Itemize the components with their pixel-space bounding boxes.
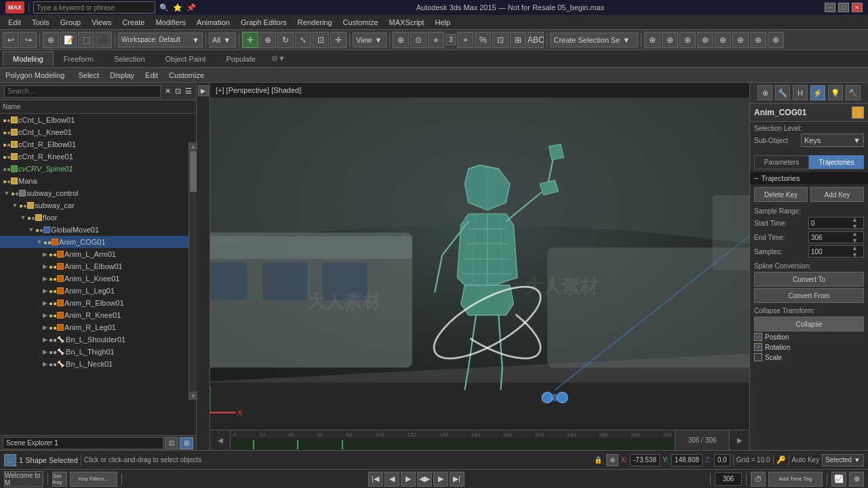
tree-item-Anim_L_Elbow01[interactable]: ▶ ● ● Anim_L_Elbow01	[0, 260, 196, 272]
tree-item-cCnt_R_Elbow01[interactable]: ● ● cCnt_R_Elbow01	[0, 138, 196, 150]
tab-parameters[interactable]: Parameters	[754, 155, 809, 169]
scale-checkbox[interactable]	[754, 353, 762, 361]
scene-settings-btn[interactable]: ☰	[185, 87, 192, 96]
modify-panel-icon[interactable]: 🔧	[775, 85, 790, 100]
menu-rendering[interactable]: Rendering	[292, 17, 338, 28]
tree-item-cCnt_L_Knee01[interactable]: ● ● cCnt_L_Knee01	[0, 126, 196, 138]
tb-extra8[interactable]: ⊕	[768, 32, 784, 48]
expand-arrow[interactable]: ▼	[19, 214, 27, 221]
prev-frame-button[interactable]: ◀	[384, 472, 399, 487]
search-box[interactable]: Type a keyword or phrase	[33, 1, 155, 14]
tree-item-cCnt_R_Knee01[interactable]: ● ● cCnt_R_Knee01	[0, 150, 196, 163]
end-time-spinner[interactable]: ▲▼	[852, 230, 861, 244]
menu-views[interactable]: Views	[86, 17, 117, 28]
subtb-customize[interactable]: Customize	[163, 70, 210, 81]
tb-extra5[interactable]: ⊕	[715, 32, 731, 48]
scroll-down-arrow[interactable]: ▼	[189, 392, 197, 400]
tree-item-cvCRV_Spine01[interactable]: ● ● cvCRV_Spine01	[0, 163, 196, 175]
snap-btn2[interactable]: ⊙	[410, 32, 427, 48]
next-frame-button[interactable]: ▶	[433, 472, 448, 487]
expand-arrow[interactable]: ▼	[35, 239, 43, 245]
play-button[interactable]: ▶	[401, 472, 416, 487]
menu-help[interactable]: Help	[430, 17, 456, 28]
select-button[interactable]: ⊕	[43, 32, 59, 48]
hierarchy-panel-icon[interactable]: H	[793, 85, 808, 100]
anim-btn5[interactable]: ABC	[528, 32, 544, 48]
3d-viewport[interactable]: [+] [Perspective] [Shaded]	[210, 83, 749, 450]
window-crossing-button[interactable]: ⬛	[96, 32, 112, 48]
tb-extra3[interactable]: ⊕	[679, 32, 696, 48]
view-dropdown[interactable]: View ▼	[353, 33, 387, 47]
selection-filter-dropdown[interactable]: Workspace: Default ▼	[118, 33, 203, 47]
anim-btn4[interactable]: ⊞	[510, 32, 526, 48]
scene-filter-btn[interactable]: ⊡	[175, 87, 181, 96]
tree-item-Anim_L_Knee01[interactable]: ▶ ● ● Anim_L_Knee01	[0, 272, 196, 285]
expand-arrow[interactable]: ▶	[41, 361, 49, 367]
menu-customize[interactable]: Customize	[338, 17, 384, 28]
expand-arrow[interactable]: ▶	[41, 263, 49, 270]
subtb-edit[interactable]: Edit	[140, 70, 163, 81]
utility-panel-icon[interactable]: 🔨	[846, 85, 861, 100]
timeline-track[interactable]: 0 20 40 60 80 100 120 140 160 180 200 24…	[231, 430, 675, 450]
timeline-right-btn[interactable]: ▶	[729, 430, 749, 450]
minimize-button[interactable]: −	[825, 3, 835, 12]
add-time-tag-button[interactable]: Add Time Tag	[768, 472, 823, 487]
explorer-btn2[interactable]: ⊞	[180, 437, 193, 449]
snap-status-icon[interactable]: ⊕	[606, 454, 618, 466]
samples-input[interactable]: 100 ▲▼	[808, 245, 864, 258]
tree-item-Bn_L_Thigh01[interactable]: ▶ ● ● 🦴 Bn_L_Thigh01	[0, 346, 196, 358]
tb-extra7[interactable]: ⊕	[750, 32, 766, 48]
tree-item-Anim_R_Leg01[interactable]: ▶ ● ● Anim_R_Leg01	[0, 321, 196, 333]
scene-search-btn[interactable]: ✕	[165, 87, 171, 96]
tree-item-Anim_R_Elbow01[interactable]: ▶ ● ● Anim_R_Elbow01	[0, 297, 196, 309]
redo-button[interactable]: ↪	[20, 32, 37, 48]
goto-end-button[interactable]: ▶|	[450, 472, 465, 487]
anim-btn2[interactable]: %	[475, 32, 491, 48]
sub-object-dropdown[interactable]: Keys ▼	[801, 134, 864, 147]
anim-btn3[interactable]: ⊡	[492, 32, 509, 48]
play-reverse-button[interactable]: ◀▶	[417, 472, 432, 487]
expand-arrow[interactable]: ▶	[41, 348, 49, 355]
start-time-spinner[interactable]: ▲▼	[852, 216, 861, 230]
delete-key-button[interactable]: Delete Key	[754, 187, 808, 202]
menu-graph-editors[interactable]: Graph Editors	[235, 17, 292, 28]
expand-arrow[interactable]: ▶	[41, 336, 49, 343]
expand-arrow[interactable]: ▶	[41, 312, 49, 319]
tab-trajectories[interactable]: Trajectories	[809, 155, 864, 169]
expand-arrow[interactable]: ▶	[41, 287, 49, 294]
menu-group[interactable]: Group	[55, 17, 87, 28]
select-name-button[interactable]: 📝	[60, 32, 77, 48]
mini-curve-btn[interactable]: 📈	[831, 472, 846, 487]
convert-to-button[interactable]: Convert To	[754, 272, 864, 287]
subtb-select[interactable]: Select	[73, 70, 104, 81]
snap-btn3[interactable]: ⋄	[428, 32, 444, 48]
tab-populate[interactable]: Populate	[216, 52, 265, 66]
scale-button[interactable]: ⤡	[295, 32, 311, 48]
search-icon[interactable]: 🔍	[159, 3, 169, 12]
move-button[interactable]: ⊕	[260, 32, 276, 48]
menu-edit[interactable]: Edit	[3, 17, 26, 28]
z-value-field[interactable]: 0.0	[714, 454, 730, 466]
menu-modifiers[interactable]: Modifiers	[150, 17, 191, 28]
y-value-field[interactable]: 148.808	[671, 454, 703, 466]
expand-arrow[interactable]: ▶	[41, 300, 49, 306]
create-selection-dropdown[interactable]: Create Selection Se ▼	[550, 33, 638, 47]
menu-create[interactable]: Create	[117, 17, 150, 28]
tree-item-Bn_L_Shoulder01[interactable]: ▶ ● ● 🦴 Bn_L_Shoulder01	[0, 333, 196, 346]
scene-search-input[interactable]	[4, 85, 161, 98]
tree-scrollbar[interactable]: ▲ ▼	[189, 142, 197, 400]
key-filters-button[interactable]: Key Filters...	[70, 472, 117, 487]
snap-time-btn[interactable]: ⊕	[849, 472, 864, 487]
tab-object-paint[interactable]: Object Paint	[155, 52, 216, 66]
start-time-input[interactable]: 0 ▲▼	[808, 217, 864, 229]
tab-freeform[interactable]: Freeform	[54, 52, 104, 66]
tab-options[interactable]: ⚙▼	[271, 54, 285, 63]
motion-panel-icon[interactable]: ⚡	[810, 85, 825, 100]
tree-item-Anim_L_Arm01[interactable]: ▶ ● ● Anim_L_Arm01	[0, 248, 196, 260]
menu-tools[interactable]: Tools	[26, 17, 55, 28]
expand-arrow[interactable]: ▶	[41, 251, 49, 258]
snap-btn1[interactable]: ⊕	[393, 32, 409, 48]
expand-arrow[interactable]: ▼	[27, 226, 35, 233]
rotation-checkbox[interactable]	[754, 343, 762, 351]
tb-extra1[interactable]: ⊕	[644, 32, 660, 48]
